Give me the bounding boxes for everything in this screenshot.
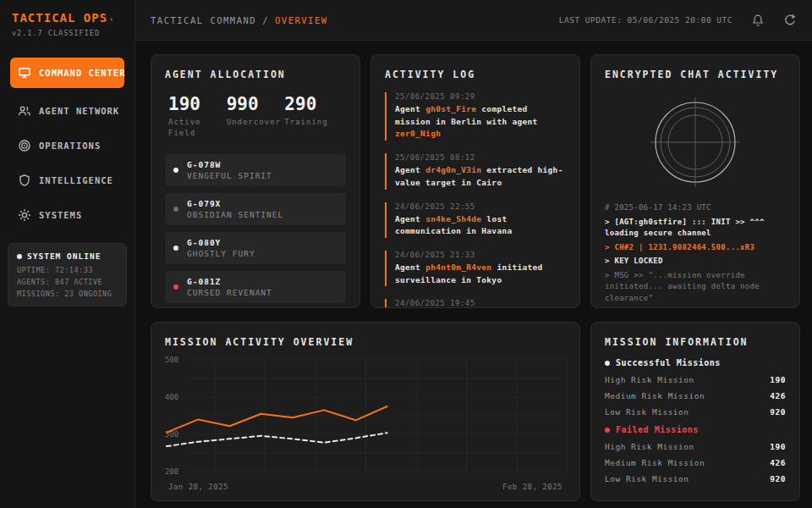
- svg-text:300: 300: [165, 430, 178, 439]
- mission-value: 920: [770, 474, 786, 483]
- svg-text:200: 200: [165, 467, 178, 476]
- agent-row[interactable]: G-080YGHOSTLY FURY: [165, 232, 346, 264]
- online-dot: [17, 254, 22, 259]
- sidebar-item-label: OPERATIONS: [39, 141, 101, 151]
- agent-allocation-panel: AGENT ALLOCATION 190Active Field990Under…: [151, 54, 360, 308]
- stat-label: Undercover: [227, 117, 285, 128]
- agent-row[interactable]: G-079XOBSIDIAN SENTINEL: [165, 193, 346, 225]
- users-icon: [18, 104, 31, 118]
- agent-codename: GHOSTLY FURY: [187, 249, 255, 258]
- log-entry: 24/06/2025 22:55Agent sn4ke_Sh4de lost c…: [385, 202, 566, 238]
- tactical-ops-dashboard: TACTICAL OPS ‹ v2.1.7 CLASSIFIED COMMAND…: [0, 0, 812, 508]
- sidebar: TACTICAL OPS ‹ v2.1.7 CLASSIFIED COMMAND…: [0, 0, 135, 508]
- sidebar-collapse-icon[interactable]: ‹: [108, 14, 114, 25]
- mission-value: 190: [770, 375, 786, 384]
- agent-list: G-078WVENGEFUL SPIRITG-079XOBSIDIAN SENT…: [165, 154, 346, 303]
- allocation-stats: 190Active Field990Undercover290Training: [165, 94, 346, 139]
- mission-value: 920: [770, 407, 786, 417]
- mission-label: Medium Risk Mission: [605, 458, 705, 467]
- last-update-text: LAST UPDATE: 05/06/2025 20:00 UTC: [559, 15, 732, 25]
- radar-graphic-wrap: [605, 87, 786, 197]
- agent-status-dot: [173, 207, 178, 212]
- bell-icon[interactable]: [751, 14, 765, 27]
- mission-group-title: Failed Missions: [616, 425, 699, 434]
- main-content: AGENT ALLOCATION 190Active Field990Under…: [135, 41, 812, 508]
- terminal-line: > KEY LOCKED: [605, 256, 786, 268]
- stat-value: 190: [168, 94, 227, 114]
- panel-title: ENCRYPTED CHAT ACTIVITY: [605, 69, 786, 80]
- agent-name: zer0_Nigh: [395, 129, 441, 138]
- topbar: TACTICAL COMMAND / OVERVIEW LAST UPDATE:…: [135, 0, 812, 41]
- agent-status-dot: [173, 246, 178, 251]
- agent-ids: G-081ZCURSED REVENANT: [187, 277, 272, 297]
- agent-codename: OBSIDIAN SENTINEL: [187, 210, 283, 219]
- mission-groups: Successful MissionsHigh Risk Mission190M…: [605, 358, 786, 483]
- mission-value: 426: [770, 458, 786, 467]
- chart-x-axis-labels: Jan 28, 2025 Feb 28, 2025: [165, 483, 566, 491]
- target-icon: [18, 139, 31, 152]
- terminal-feed: # 2025-06-17 14:23 UTC> [AGT:gh0stfire] …: [605, 202, 786, 304]
- agent-ids: G-080YGHOSTLY FURY: [187, 238, 255, 258]
- log-message: Agent gh0st_Fire completed mission in Be…: [395, 103, 566, 141]
- log-timestamp: 24/06/2025 22:55: [395, 202, 566, 211]
- log-message: Agent ph4nt0m_R4ven initiated surveillan…: [395, 262, 566, 286]
- monitor-icon: [18, 66, 31, 80]
- log-text-segment: Agent: [395, 214, 425, 224]
- mission-activity-panel: MISSION ACTIVITY OVERVIEW 200300400500 J…: [151, 322, 580, 501]
- panel-title: MISSION INFORMATION: [605, 336, 786, 348]
- agent-row[interactable]: G-081ZCURSED REVENANT: [165, 271, 346, 303]
- sidebar-item-intelligence[interactable]: INTELLIGENCE: [10, 168, 124, 192]
- sidebar-item-systems[interactable]: SYSTEMS: [10, 203, 124, 227]
- agent-name: dr4g0n_V3in: [425, 165, 481, 174]
- panel-title: AGENT ALLOCATION: [165, 69, 346, 80]
- agent-ids: G-078WVENGEFUL SPIRIT: [187, 160, 272, 180]
- mission-label: Low Risk Mission: [605, 407, 689, 417]
- log-timestamp: 25/06/2025 09:29: [395, 92, 566, 101]
- log-entry: 25/06/2025 09:29Agent gh0st_Fire complet…: [385, 92, 566, 141]
- mission-row: Low Risk Mission920: [605, 474, 786, 483]
- sidebar-item-operations[interactable]: OPERATIONS: [10, 134, 124, 157]
- app-version: v2.1.7 CLASSIFIED: [12, 29, 124, 37]
- x-axis-start-label: Jan 28, 2025: [168, 483, 228, 491]
- sidebar-item-label: INTELLIGENCE: [39, 175, 113, 185]
- agent-name: sn4ke_Sh4de: [425, 214, 481, 224]
- breadcrumb-root[interactable]: TACTICAL COMMAND: [151, 15, 256, 25]
- agent-code: G-081Z: [187, 277, 272, 286]
- system-status-lines: UPTIME: 72:14:33 AGENTS: 847 ACTIVE MISS…: [17, 266, 118, 298]
- mission-row: Medium Risk Mission426: [605, 391, 786, 400]
- agent-code: G-078W: [187, 160, 272, 169]
- log-entry: 24/06/2025 19:45: [385, 299, 566, 307]
- agent-code: G-080Y: [187, 238, 255, 247]
- agent-name: gh0st_Fire: [425, 104, 476, 113]
- mission-row: Medium Risk Mission426: [605, 458, 786, 467]
- mission-label: High Risk Mission: [605, 442, 694, 451]
- encrypted-chat-panel: ENCRYPTED CHAT ACTIVITY # 2025-06-17 14:…: [590, 54, 800, 308]
- log-timestamp: 24/06/2025 19:45: [395, 299, 566, 307]
- sidebar-item-agent-network[interactable]: AGENT NETWORK: [10, 99, 124, 123]
- agent-codename: CURSED REVENANT: [187, 288, 272, 297]
- panel-title: ACTIVITY LOG: [385, 69, 566, 80]
- mission-group-dot: [605, 361, 610, 366]
- mission-value: 426: [770, 391, 786, 400]
- agent-code: G-079X: [187, 199, 283, 208]
- mission-group-title: Successful Missions: [616, 358, 721, 367]
- log-entries: 25/06/2025 09:29Agent gh0st_Fire complet…: [385, 92, 566, 307]
- panel-title: MISSION ACTIVITY OVERVIEW: [165, 336, 566, 348]
- svg-text:500: 500: [165, 356, 178, 364]
- agent-row[interactable]: G-078WVENGEFUL SPIRIT: [165, 154, 346, 186]
- x-axis-end-label: Feb 28, 2025: [502, 483, 562, 491]
- activity-log-panel: ACTIVITY LOG 25/06/2025 09:29Agent gh0st…: [370, 54, 580, 308]
- allocation-stat: 990Undercover: [227, 94, 285, 139]
- sidebar-item-command-center[interactable]: COMMAND CENTER: [10, 58, 124, 88]
- allocation-stat: 190Active Field: [168, 94, 227, 139]
- brand: TACTICAL OPS ‹ v2.1.7 CLASSIFIED: [0, 0, 134, 37]
- agent-codename: VENGEFUL SPIRIT: [187, 171, 272, 180]
- allocation-stat: 290Training: [284, 94, 343, 139]
- breadcrumb-separator: /: [262, 15, 269, 25]
- refresh-icon[interactable]: [783, 14, 797, 27]
- mission-label: High Risk Mission: [605, 375, 694, 384]
- agent-status-dot: [173, 168, 178, 173]
- terminal-line: # 2025-06-17 14:23 UTC: [605, 202, 786, 214]
- mission-label: Low Risk Mission: [605, 474, 689, 483]
- agents-line: AGENTS: 847 ACTIVE: [17, 278, 118, 286]
